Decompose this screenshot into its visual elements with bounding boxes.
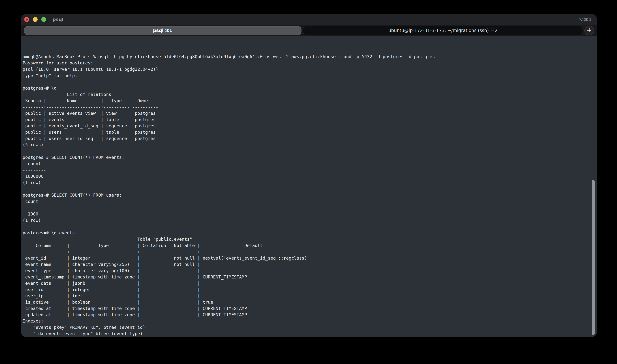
zoom-button[interactable] bbox=[41, 17, 46, 22]
terminal-output: amogh@Amoghs-MacBook-Pro ~ % psql -h pg-… bbox=[23, 53, 597, 337]
scrollbar-thumb[interactable] bbox=[592, 180, 595, 335]
traffic-lights bbox=[24, 17, 46, 22]
minimize-button[interactable] bbox=[33, 17, 38, 22]
titlebar[interactable]: psql ⌥⌘1 bbox=[21, 14, 597, 25]
terminal-window: psql ⌥⌘1 psql ⌘1 ubuntu@ip-172-31-3-173:… bbox=[21, 14, 597, 337]
terminal-content[interactable]: amogh@Amoghs-MacBook-Pro ~ % psql -h pg-… bbox=[21, 36, 597, 337]
unsaved-dot-icon bbox=[26, 18, 28, 21]
tab-psql[interactable]: psql ⌘1 bbox=[24, 26, 301, 35]
tab-psql-label: psql ⌘1 bbox=[153, 28, 172, 33]
window-shortcut-indicator: ⌥⌘1 bbox=[578, 17, 592, 22]
plus-icon: + bbox=[586, 27, 592, 34]
tab-ssh-migrations[interactable]: ubuntu@ip-172-31-3-173: ~/migrations (ss… bbox=[303, 26, 583, 35]
tab-ssh-migrations-label: ubuntu@ip-172-31-3-173: ~/migrations (ss… bbox=[388, 28, 497, 33]
tab-bar: psql ⌘1 ubuntu@ip-172-31-3-173: ~/migrat… bbox=[21, 25, 597, 36]
window-title: psql bbox=[53, 17, 63, 22]
desktop: { "window": { "title": "psql", "shortcut… bbox=[0, 0, 617, 364]
new-tab-button[interactable]: + bbox=[584, 26, 594, 35]
close-button[interactable] bbox=[24, 17, 29, 22]
